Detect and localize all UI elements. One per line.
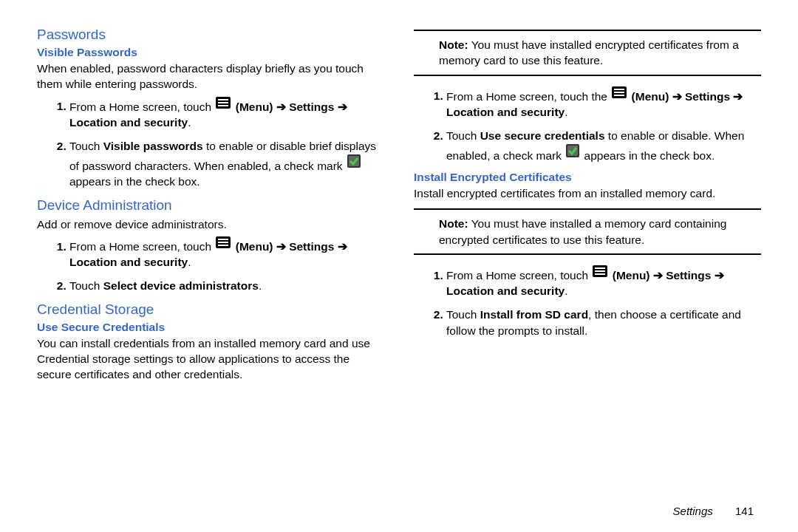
note-text: Note: You must have installed encrypted … [439, 37, 758, 69]
two-column-layout: Passwords Visible Passwords When enabled… [37, 22, 761, 387]
step-text: . [188, 116, 191, 129]
menu-icon [593, 265, 607, 282]
note-body: You must have installed encrypted certif… [439, 38, 739, 66]
visible-passwords-subheading: Visible Passwords [37, 46, 384, 59]
footer-section: Settings [673, 505, 713, 517]
checkmark-icon [566, 144, 579, 162]
install-encrypted-steps: From a Home screen, touch (Menu) ➔ Setti… [414, 265, 761, 338]
step-text: Touch [446, 129, 480, 142]
visible-passwords-desc: When enabled, password characters displa… [37, 61, 384, 92]
step-text: From a Home screen, touch the [446, 89, 610, 102]
ui-label: Visible passwords [103, 140, 203, 152]
ui-label: Use secure credentials [480, 129, 605, 142]
list-item: Touch Install from SD card, then choose … [446, 307, 761, 338]
note-box: Note: You must have installed a memory c… [414, 208, 761, 255]
visible-passwords-steps: From a Home screen, touch (Menu) ➔ Setti… [37, 97, 384, 190]
note-label: Note: [439, 217, 468, 230]
note-box: Note: You must have installed encrypted … [414, 30, 761, 76]
step-text: Touch [69, 140, 103, 152]
step-text: From a Home screen, touch [69, 100, 214, 112]
note-label: Note: [439, 38, 468, 51]
list-item: From a Home screen, touch (Menu) ➔ Setti… [446, 265, 761, 299]
step-text: . [565, 284, 567, 297]
list-item: Touch Use secure credentials to enable o… [446, 128, 761, 163]
list-item: From a Home screen, touch (Menu) ➔ Setti… [69, 236, 384, 270]
step-text: . [188, 256, 191, 268]
page-number: 141 [735, 505, 754, 517]
left-column: Passwords Visible Passwords When enabled… [37, 22, 384, 387]
step-text: From a Home screen, touch [446, 269, 591, 282]
menu-icon [216, 97, 231, 113]
device-admin-desc: Add or remove device administrators. [37, 216, 384, 232]
step-text: . [259, 279, 262, 292]
ui-label: Install from SD card [480, 308, 588, 321]
install-encrypted-desc: Install encrypted certificates from an i… [414, 185, 761, 201]
install-encrypted-subheading: Install Encrypted Certificates [414, 171, 761, 184]
menu-icon [216, 236, 231, 253]
list-item: Touch Select device administrators. [69, 278, 384, 294]
right-column: Note: You must have installed encrypted … [414, 22, 761, 387]
credential-storage-heading: Credential Storage [37, 301, 384, 318]
step-text: Touch [69, 279, 103, 292]
use-secure-credentials-desc: You can install credentials from an inst… [37, 335, 384, 383]
step-text: Touch [446, 308, 480, 321]
device-admin-steps: From a Home screen, touch (Menu) ➔ Setti… [37, 236, 384, 294]
use-secure-credentials-subheading: Use Secure Credentials [37, 321, 384, 334]
list-item: From a Home screen, touch (Menu) ➔ Setti… [69, 97, 384, 131]
step-text: appears in the check box. [69, 175, 200, 188]
step-text: From a Home screen, touch [69, 240, 214, 253]
menu-icon [612, 86, 627, 103]
list-item: From a Home screen, touch the (Menu) ➔ S… [446, 86, 761, 120]
checkmark-icon [347, 154, 361, 172]
device-admin-heading: Device Administration [37, 197, 384, 214]
step-text: . [565, 106, 567, 118]
ui-label: Select device administrators [103, 279, 259, 292]
note-body: You must have installed a memory card co… [439, 217, 726, 245]
list-item: Touch Visible passwords to enable or dis… [69, 138, 384, 190]
page-footer: Settings 141 [673, 505, 754, 517]
passwords-heading: Passwords [37, 27, 384, 43]
step-text: appears in the check box. [581, 149, 715, 161]
secure-credentials-steps: From a Home screen, touch the (Menu) ➔ S… [414, 86, 761, 163]
note-text: Note: You must have installed a memory c… [439, 216, 758, 248]
